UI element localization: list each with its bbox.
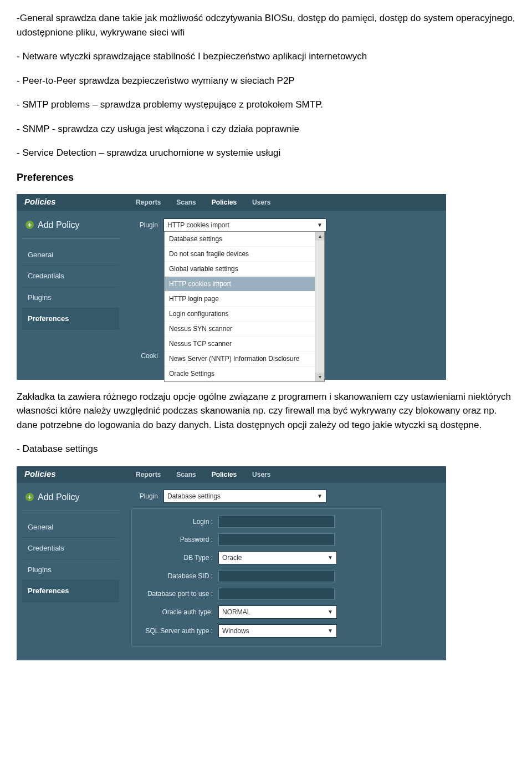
dropdown-option[interactable]: Database settings	[165, 232, 324, 247]
dropdown-option[interactable]: HTTP login page	[165, 292, 324, 307]
dbtype-select-value: Oracle	[222, 553, 242, 563]
nessus-panel-database-settings: Policies Reports Scans Policies Users + …	[17, 466, 446, 660]
tab-scans[interactable]: Scans	[176, 470, 196, 480]
password-input[interactable]	[218, 533, 335, 546]
sidebar-item-plugins[interactable]: Plugins	[22, 559, 119, 581]
dropdown-option[interactable]: Oracle Settings	[165, 366, 324, 381]
add-policy-button[interactable]: + Add Policy	[22, 216, 119, 239]
sidebar-item-general[interactable]: General	[22, 245, 119, 266]
sidebar-item-general[interactable]: General	[22, 517, 119, 538]
add-policy-label: Add Policy	[38, 491, 80, 504]
tab-policies[interactable]: Policies	[212, 470, 237, 480]
sidebar-item-preferences[interactable]: Preferences	[22, 308, 119, 330]
dropdown-option-selected[interactable]: HTTP cookies import	[165, 277, 324, 292]
dbtype-label: DB Type :	[135, 553, 213, 563]
dropdown-caret-icon: ▼	[317, 221, 323, 229]
database-port-input[interactable]	[218, 588, 335, 600]
dropdown-caret-icon: ▼	[328, 627, 333, 635]
sql-auth-select[interactable]: Windows ▼	[218, 624, 337, 638]
plus-icon: +	[25, 493, 34, 501]
port-label: Database port to use :	[135, 589, 213, 599]
plugin-dropdown-list: Database settings Do not scan fragile de…	[164, 231, 325, 382]
sidebar: + Add Policy General Credentials Plugins…	[22, 488, 119, 602]
form-area: Plugin Database settings ▼ Login : Passw…	[119, 488, 382, 647]
add-policy-button[interactable]: + Add Policy	[22, 488, 119, 511]
paragraph-p2p: - Peer-to-Peer sprawdza bezpieczeństwo w…	[17, 74, 515, 88]
dropdown-option[interactable]: Nessus SYN scanner	[165, 322, 324, 337]
section-title: Policies	[24, 468, 56, 481]
paragraph-smtp: - SMTP problems – sprawdza problemy wyst…	[17, 98, 515, 112]
sidebar-item-credentials[interactable]: Credentials	[22, 266, 119, 287]
paragraph-database-settings: - Database settings	[17, 442, 515, 456]
cookie-label-truncated: Cooki	[131, 351, 158, 361]
tab-users[interactable]: Users	[252, 470, 270, 480]
sidebar-item-credentials[interactable]: Credentials	[22, 538, 119, 559]
tab-policies[interactable]: Policies	[212, 197, 237, 207]
dropdown-option[interactable]: Nessus TCP scanner	[165, 337, 324, 352]
scroll-up-icon[interactable]: ▴	[315, 232, 324, 241]
form-area: Plugin HTTP cookies import ▼ Database se…	[119, 216, 326, 366]
scroll-down-icon[interactable]: ▾	[315, 373, 324, 381]
database-sid-input[interactable]	[218, 570, 335, 582]
login-input[interactable]	[218, 516, 335, 528]
plugin-label: Plugin	[131, 491, 158, 501]
plugin-label: Plugin	[131, 220, 158, 230]
section-title: Policies	[24, 196, 56, 208]
sql-auth-value: Windows	[222, 626, 249, 636]
oracle-auth-value: NORMAL	[222, 607, 250, 617]
paragraph-preferences-description: Zakładka ta zawiera różnego rodzaju opcj…	[17, 390, 515, 432]
sid-label: Database SID :	[135, 571, 213, 581]
dropdown-option[interactable]: News Server (NNTP) Information Disclosur…	[165, 352, 324, 366]
login-label: Login :	[135, 517, 213, 527]
oracle-auth-select[interactable]: NORMAL ▼	[218, 605, 337, 619]
tab-scans[interactable]: Scans	[176, 197, 196, 207]
paragraph-snmp: - SNMP - sprawdza czy usługa jest włączo…	[17, 122, 515, 136]
plus-icon: +	[25, 221, 34, 229]
sidebar-item-preferences[interactable]: Preferences	[22, 580, 119, 602]
paragraph-general: -General sprawdza dane takie jak możliwo…	[17, 11, 515, 39]
dropdown-caret-icon: ▼	[317, 492, 323, 500]
password-label: Password :	[135, 534, 213, 544]
plugin-select-value: Database settings	[167, 491, 221, 501]
tab-reports[interactable]: Reports	[136, 197, 161, 207]
plugin-select-value: HTTP cookies import	[167, 220, 229, 230]
nav-tabs: Policies Reports Scans Policies Users	[17, 466, 446, 483]
preferences-heading: Preferences	[17, 170, 515, 185]
paragraph-service-detection: - Service Detection – sprawdza uruchomio…	[17, 146, 515, 160]
plugin-select[interactable]: HTTP cookies import ▼ Database settings …	[163, 218, 326, 232]
oracle-auth-label: Oracle auth type:	[135, 607, 213, 617]
tab-users[interactable]: Users	[252, 197, 270, 207]
paragraph-netware: - Netware wtyczki sprawdzające stabilnoś…	[17, 49, 515, 64]
add-policy-label: Add Policy	[38, 218, 80, 232]
tab-reports[interactable]: Reports	[136, 470, 161, 480]
dropdown-caret-icon: ▼	[328, 553, 333, 562]
nessus-panel-preferences-dropdown: Policies Reports Scans Policies Users + …	[17, 194, 446, 380]
dropdown-option[interactable]: Do not scan fragile devices	[165, 247, 324, 262]
dbtype-select[interactable]: Oracle ▼	[218, 551, 337, 564]
sidebar-item-plugins[interactable]: Plugins	[22, 287, 119, 309]
nav-tabs: Policies Reports Scans Policies Users	[17, 194, 446, 211]
dropdown-option[interactable]: Global variable settings	[165, 262, 324, 277]
scrollbar[interactable]	[315, 232, 324, 381]
sidebar: + Add Policy General Credentials Plugins…	[22, 216, 119, 330]
dropdown-option[interactable]: Login configurations	[165, 307, 324, 322]
dropdown-caret-icon: ▼	[328, 608, 333, 616]
sql-auth-label: SQL Server auth type :	[135, 626, 213, 636]
plugin-select[interactable]: Database settings ▼	[163, 490, 326, 503]
